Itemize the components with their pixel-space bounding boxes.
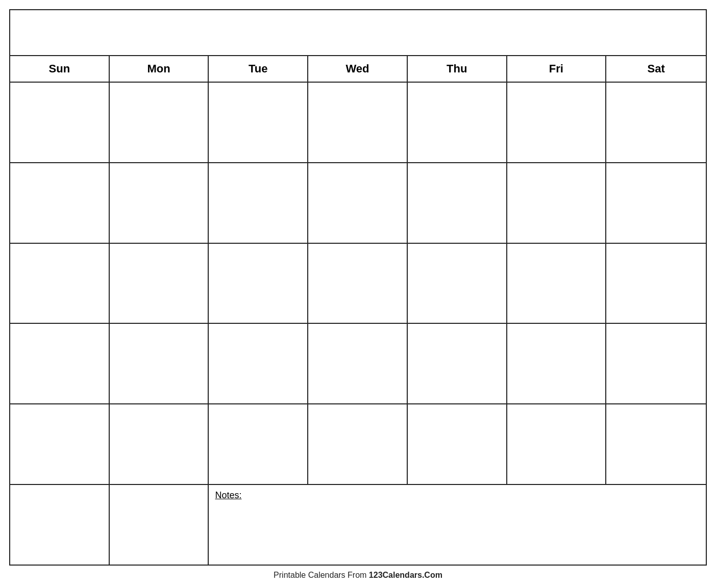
- footer-text-bold: 123Calendars.Com: [369, 571, 442, 579]
- week2-tue: [209, 163, 308, 243]
- week5-thu: [408, 404, 507, 484]
- calendar-body: Notes:: [10, 83, 706, 565]
- week1-tue: [209, 83, 308, 162]
- week-row-2: [10, 163, 706, 244]
- notes-empty-sun: [10, 485, 110, 565]
- week4-tue: [209, 324, 308, 403]
- week-row-1: [10, 83, 706, 163]
- notes-empty-mon: [110, 485, 209, 565]
- week5-sun: [10, 404, 110, 484]
- header-thu: Thu: [408, 56, 507, 82]
- week4-mon: [110, 324, 209, 403]
- footer-text-normal: Printable Calendars From: [274, 571, 369, 579]
- week3-tue: [209, 244, 308, 323]
- header-sun: Sun: [10, 56, 110, 82]
- week1-thu: [408, 83, 507, 162]
- notes-content: Notes:: [209, 485, 706, 565]
- week4-wed: [308, 324, 408, 403]
- notes-label: Notes:: [215, 490, 241, 500]
- page-wrapper: Sun Mon Tue Wed Thu Fri Sat: [0, 0, 716, 588]
- footer: Printable Calendars From 123Calendars.Co…: [274, 566, 442, 583]
- week3-wed: [308, 244, 408, 323]
- week3-fri: [507, 244, 607, 323]
- header-fri: Fri: [507, 56, 607, 82]
- notes-row: Notes:: [10, 485, 706, 565]
- week4-sun: [10, 324, 110, 403]
- week-row-3: [10, 244, 706, 324]
- week5-wed: [308, 404, 408, 484]
- week3-thu: [408, 244, 507, 323]
- week1-wed: [308, 83, 408, 162]
- header-tue: Tue: [209, 56, 308, 82]
- week2-mon: [110, 163, 209, 243]
- week2-fri: [507, 163, 607, 243]
- week1-mon: [110, 83, 209, 162]
- week3-sat: [606, 244, 706, 323]
- header-wed: Wed: [308, 56, 408, 82]
- week3-mon: [110, 244, 209, 323]
- week4-fri: [507, 324, 607, 403]
- week3-sun: [10, 244, 110, 323]
- week2-wed: [308, 163, 408, 243]
- week1-fri: [507, 83, 607, 162]
- week2-sun: [10, 163, 110, 243]
- week1-sat: [606, 83, 706, 162]
- week5-sat: [606, 404, 706, 484]
- calendar-header-row: Sun Mon Tue Wed Thu Fri Sat: [10, 56, 706, 83]
- calendar-title-row: [10, 10, 706, 56]
- week4-thu: [408, 324, 507, 403]
- week1-sun: [10, 83, 110, 162]
- week5-fri: [507, 404, 607, 484]
- header-mon: Mon: [110, 56, 209, 82]
- week5-tue: [209, 404, 308, 484]
- week2-thu: [408, 163, 507, 243]
- week5-mon: [110, 404, 209, 484]
- calendar-container: Sun Mon Tue Wed Thu Fri Sat: [9, 9, 707, 566]
- week-row-4: [10, 324, 706, 404]
- week-row-5: [10, 404, 706, 485]
- header-sat: Sat: [606, 56, 706, 82]
- week2-sat: [606, 163, 706, 243]
- week4-sat: [606, 324, 706, 403]
